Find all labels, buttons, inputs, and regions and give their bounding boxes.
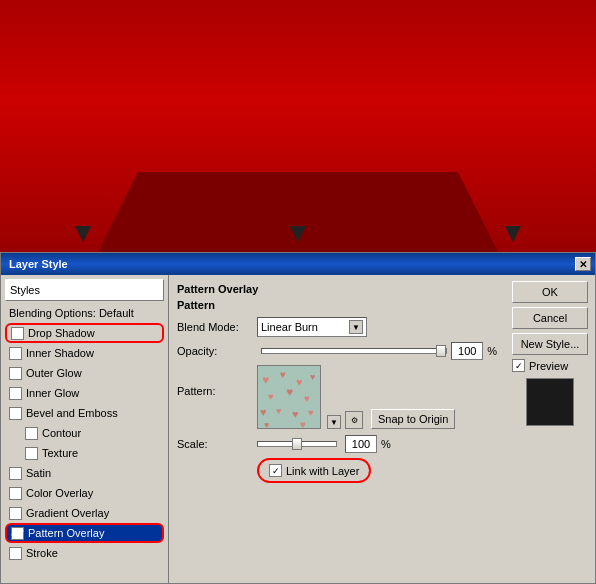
pattern-dropdown-arrow[interactable]: ▼ [327, 415, 341, 429]
layer-style-dialog: Layer Style ✕ Styles Blending Options: D… [0, 252, 596, 584]
scale-unit: % [381, 438, 391, 450]
link-layer-checkbox[interactable]: ✓ [269, 464, 282, 477]
stroke-checkbox[interactable] [9, 547, 22, 560]
svg-text:♥: ♥ [286, 385, 293, 399]
texture-checkbox[interactable] [25, 447, 38, 460]
stroke-item[interactable]: Stroke [5, 543, 164, 563]
ok-label: OK [542, 286, 558, 298]
pattern-overlay-checkbox[interactable]: ✓ [11, 527, 24, 540]
svg-text:♥: ♥ [280, 369, 286, 380]
preview-swatch [526, 378, 574, 426]
dialog-titlebar: Layer Style ✕ [1, 253, 595, 275]
pattern-overlay-item[interactable]: ✓ Pattern Overlay [5, 523, 164, 543]
preview-checkbox[interactable]: ✓ [512, 359, 525, 372]
svg-text:♥: ♥ [262, 373, 269, 387]
satin-checkbox[interactable] [9, 467, 22, 480]
color-overlay-item[interactable]: Color Overlay [5, 483, 164, 503]
preview-label-text: Preview [529, 360, 568, 372]
cancel-label: Cancel [533, 312, 567, 324]
inner-glow-label: Inner Glow [26, 387, 79, 399]
blending-label: Blending Options: Default [9, 307, 134, 319]
scale-label: Scale: [177, 438, 257, 450]
link-layer-label: Link with Layer [286, 465, 359, 477]
new-style-button[interactable]: New Style... [512, 333, 588, 355]
arrow-left-icon [75, 226, 91, 242]
pattern-preview: ♥ ♥ ♥ ♥ ♥ ♥ ♥ ♥ ♥ ♥ ♥ ♥ ♥ [257, 365, 321, 429]
gradient-overlay-label: Gradient Overlay [26, 507, 109, 519]
ok-button[interactable]: OK [512, 281, 588, 303]
contour-checkbox[interactable] [25, 427, 38, 440]
svg-text:♥: ♥ [310, 372, 315, 382]
middle-panel: Pattern Overlay Pattern Blend Mode: Line… [169, 275, 505, 583]
opacity-slider-thumb[interactable] [436, 345, 446, 357]
opacity-unit: % [487, 345, 497, 357]
bevel-emboss-checkbox[interactable] [9, 407, 22, 420]
bevel-emboss-item[interactable]: Bevel and Emboss [5, 403, 164, 423]
left-panel: Styles Blending Options: Default Drop Sh… [1, 275, 169, 583]
svg-text:♥: ♥ [304, 393, 310, 404]
blend-mode-dropdown[interactable]: Linear Burn ▼ [257, 317, 367, 337]
arrow-center-icon [290, 226, 306, 242]
styles-box[interactable]: Styles [5, 279, 164, 301]
right-panel: OK Cancel New Style... ✓ Preview [505, 275, 595, 583]
opacity-slider[interactable] [261, 348, 447, 354]
texture-label: Texture [42, 447, 78, 459]
blend-mode-value: Linear Burn [261, 321, 318, 333]
stroke-label: Stroke [26, 547, 58, 559]
opacity-label: Opacity: [177, 345, 257, 357]
satin-label: Satin [26, 467, 51, 479]
drop-shadow-item[interactable]: Drop Shadow [5, 323, 164, 343]
inner-shadow-item[interactable]: Inner Shadow [5, 343, 164, 363]
sub-section-title: Pattern [177, 299, 497, 311]
inner-glow-item[interactable]: Inner Glow [5, 383, 164, 403]
link-layer-row: ✓ Link with Layer [257, 458, 371, 483]
svg-text:♥: ♥ [296, 376, 303, 388]
scale-value[interactable]: 100 [345, 435, 377, 453]
color-overlay-label: Color Overlay [26, 487, 93, 499]
pattern-label: Pattern: [177, 385, 257, 397]
blending-options-item[interactable]: Blending Options: Default [5, 303, 164, 323]
svg-text:♥: ♥ [268, 391, 274, 402]
section-title: Pattern Overlay [177, 283, 497, 295]
inner-shadow-checkbox[interactable] [9, 347, 22, 360]
outer-glow-label: Outer Glow [26, 367, 82, 379]
svg-text:♥: ♥ [260, 406, 267, 418]
scale-slider[interactable] [257, 441, 337, 447]
new-style-label: New Style... [521, 338, 580, 350]
contour-item[interactable]: Contour [5, 423, 164, 443]
pattern-overlay-label: Pattern Overlay [28, 527, 104, 539]
svg-text:♥: ♥ [264, 420, 269, 429]
preview-row: ✓ Preview [512, 359, 588, 372]
outer-glow-checkbox[interactable] [9, 367, 22, 380]
opacity-row: Opacity: 100 % [177, 342, 497, 360]
color-overlay-checkbox[interactable] [9, 487, 22, 500]
svg-text:♥: ♥ [276, 406, 281, 416]
snap-to-origin-button[interactable]: Snap to Origin [371, 409, 455, 429]
svg-text:♥: ♥ [308, 407, 314, 418]
drop-shadow-checkbox[interactable] [11, 327, 24, 340]
dialog-close-button[interactable]: ✕ [575, 257, 591, 271]
dialog-body: Styles Blending Options: Default Drop Sh… [1, 275, 595, 583]
outer-glow-item[interactable]: Outer Glow [5, 363, 164, 383]
gradient-overlay-checkbox[interactable] [9, 507, 22, 520]
arrow-right-icon [505, 226, 521, 242]
drop-shadow-label: Drop Shadow [28, 327, 95, 339]
svg-text:♥: ♥ [300, 419, 306, 429]
cancel-button[interactable]: Cancel [512, 307, 588, 329]
bevel-emboss-label: Bevel and Emboss [26, 407, 118, 419]
dialog-title: Layer Style [5, 258, 68, 270]
blend-mode-dropdown-arrow[interactable]: ▼ [349, 320, 363, 334]
pattern-row: Pattern: ♥ ♥ ♥ ♥ ♥ ♥ [177, 365, 497, 429]
inner-glow-checkbox[interactable] [9, 387, 22, 400]
scale-slider-thumb[interactable] [292, 438, 302, 450]
texture-item[interactable]: Texture [5, 443, 164, 463]
gradient-overlay-item[interactable]: Gradient Overlay [5, 503, 164, 523]
satin-item[interactable]: Satin [5, 463, 164, 483]
blend-mode-label: Blend Mode: [177, 321, 257, 333]
contour-label: Contour [42, 427, 81, 439]
opacity-value[interactable]: 100 [451, 342, 483, 360]
snap-btn-label: Snap to Origin [378, 413, 448, 425]
blend-mode-row: Blend Mode: Linear Burn ▼ [177, 317, 497, 337]
pattern-settings-button[interactable]: ⚙ [345, 411, 363, 429]
scale-row: Scale: 100 % [177, 435, 497, 453]
